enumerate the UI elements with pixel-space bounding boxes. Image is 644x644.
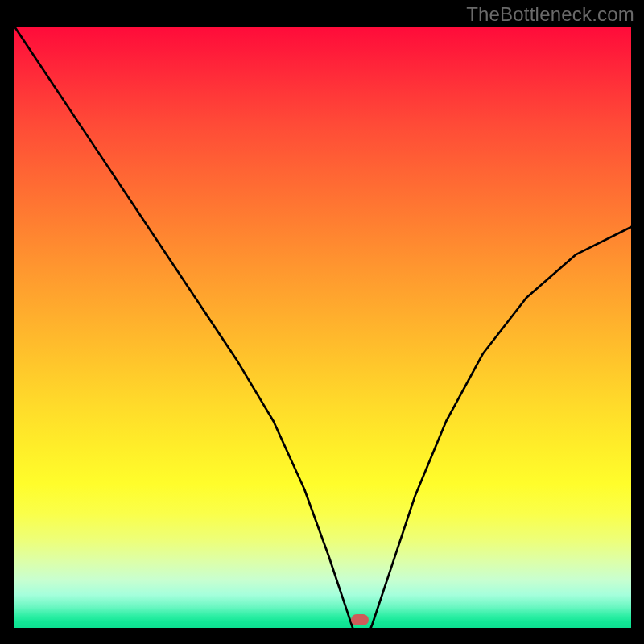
- plot-area: [14, 27, 631, 628]
- curve-svg: [14, 27, 631, 628]
- watermark-text: TheBottleneck.com: [466, 3, 634, 26]
- bottleneck-curve: [14, 27, 631, 628]
- chart-frame: TheBottleneck.com: [0, 0, 644, 644]
- optimal-marker: [351, 614, 369, 625]
